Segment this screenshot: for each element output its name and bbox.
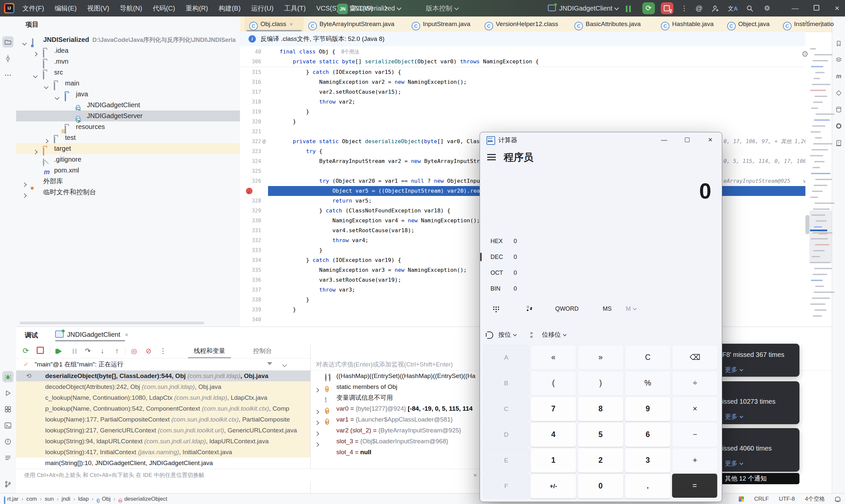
radix-row-oct[interactable]: OCT0 — [483, 266, 718, 280]
rerun-debug-button[interactable]: ⟳ — [642, 2, 655, 14]
resume-icon[interactable] — [53, 343, 64, 358]
encoding-indicator[interactable]: UTF-8 — [779, 496, 795, 502]
menu-item[interactable]: 导航(N) — [115, 0, 147, 17]
debug-icon[interactable] — [2, 371, 14, 382]
close-icon[interactable]: × — [473, 469, 477, 482]
menu-item[interactable]: 工具(T) — [279, 0, 311, 17]
variable-row[interactable]: i变量调试信息不可用 — [311, 392, 495, 403]
bitshift-menu[interactable]: 位移位 — [542, 328, 566, 341]
calculator-title-bar[interactable]: 计算器 — × — [480, 132, 722, 147]
chevron-collapsed-icon[interactable] — [23, 191, 26, 201]
calc-key-9[interactable]: 9 — [625, 396, 671, 421]
calc-key-E[interactable]: E — [483, 448, 529, 473]
hidden-tabs-chevron-icon[interactable] — [804, 19, 809, 25]
database-icon[interactable] — [833, 104, 844, 115]
word-size-button[interactable]: QWORD — [555, 301, 579, 316]
editor-tab[interactable]: CInstrumentatio — [778, 17, 844, 31]
project-tree-item[interactable]: .idea — [16, 45, 240, 56]
bookmarks-icon[interactable] — [833, 38, 844, 49]
hamburger-menu-icon[interactable] — [487, 154, 496, 155]
stack-frame[interactable]: lookup(String):217, GenericURLContext (c… — [16, 425, 310, 436]
stack-frame[interactable]: lookup(String):94, ldapURLContext (com.s… — [16, 436, 310, 447]
full-keypad-icon[interactable] — [493, 306, 494, 308]
project-widget[interactable]: JNJNDISerialized — [337, 0, 401, 17]
mute-breakpoints-icon[interactable]: ⊘ — [143, 343, 154, 358]
notifications-bell-icon[interactable] — [835, 497, 840, 501]
calc-maximize-button[interactable] — [679, 132, 696, 147]
stop-icon[interactable] — [35, 343, 46, 358]
breakpoint-icon[interactable] — [246, 188, 252, 194]
tab-threads-variables[interactable]: 线程和变量 — [188, 343, 231, 358]
calc-key-1[interactable]: 1 — [530, 448, 576, 473]
menu-item[interactable]: 文件(F) — [17, 0, 50, 17]
variable-row[interactable]: var2 (slot_2) = {ByteArrayInputStream@92… — [311, 425, 495, 436]
step-over-icon[interactable]: ↷ — [82, 343, 93, 358]
tab-options-icon[interactable]: ⋮ — [818, 17, 825, 32]
menu-item[interactable]: 视图(V) — [82, 0, 115, 17]
calc-key-5[interactable]: 5 — [578, 422, 623, 447]
calc-key-×[interactable]: × — [672, 396, 718, 421]
calc-key-=[interactable]: = — [672, 474, 717, 498]
menu-item[interactable]: 运行(U) — [246, 0, 279, 17]
breadcrumb-item[interactable]: sun — [45, 496, 53, 502]
code-line[interactable]: 40final class Obj { 0个用法 — [240, 47, 805, 57]
line-ending-indicator[interactable]: CRLF — [754, 496, 769, 502]
more-icon[interactable] — [2, 69, 14, 80]
project-tree-item[interactable]: .mvn — [16, 56, 240, 67]
calc-key-F[interactable]: F — [483, 474, 529, 498]
code-line[interactable]: 319} — [240, 107, 805, 117]
breadcrumb-item[interactable]: mdeserializeObject — [119, 496, 168, 502]
calc-key-0[interactable]: 0 — [578, 474, 623, 498]
chevron-collapsed-icon[interactable] — [315, 407, 318, 414]
indent-indicator[interactable]: 4个空格 — [805, 496, 825, 502]
editor-tab[interactable]: CByteArrayInputStream.java — [304, 17, 407, 31]
notification-more-link[interactable]: 更多 — [725, 459, 743, 468]
calc-key-8[interactable]: 8 — [578, 396, 623, 421]
build-icon[interactable] — [833, 54, 844, 65]
menu-item[interactable]: 编辑(E) — [50, 0, 82, 17]
filter-funnel-icon[interactable] — [267, 362, 272, 365]
project-tree-item[interactable]: mpom.xml — [16, 165, 240, 176]
calc-key-4[interactable]: 4 — [530, 422, 576, 447]
services-icon[interactable] — [2, 403, 14, 415]
project-tree-item[interactable]: main — [16, 78, 240, 89]
project-tree-item[interactable]: CJNDIGadgetServer — [16, 110, 240, 121]
calc-key-C[interactable]: C — [483, 396, 529, 421]
more-icon[interactable]: ⋮ — [157, 343, 169, 358]
add-user-icon[interactable] — [708, 0, 723, 17]
variable-row[interactable]: sstatic members of Obj — [311, 381, 495, 392]
bit-toggle-keypad-icon[interactable] — [527, 306, 529, 308]
minimize-button[interactable]: — — [787, 0, 804, 17]
breadcrumb-item[interactable]: rt.jar — [4, 496, 18, 502]
memory-store-button[interactable]: MS — [603, 301, 612, 316]
variable-row[interactable]: slot_3 = {Obj$LoaderInputStream@968} — [311, 436, 495, 447]
notification-more-link[interactable]: 更多 — [725, 365, 743, 374]
calc-key-−[interactable]: − — [672, 422, 718, 447]
more-actions-button[interactable]: ⋮ — [679, 0, 690, 17]
menu-item[interactable]: 代码(C) — [147, 0, 180, 17]
notification-card[interactable]: issed 10273 times更多 — [716, 381, 799, 424]
calc-key-2[interactable]: 2 — [578, 448, 623, 473]
profiler-icon[interactable] — [833, 120, 844, 131]
project-tree-item[interactable]: 外部库 — [16, 176, 240, 187]
step-out-icon[interactable]: ↑ — [111, 343, 122, 358]
variable-row[interactable]: pvar1 = {Launcher$AppClassLoader@581} — [311, 414, 495, 425]
project-tree-item[interactable]: resources — [16, 121, 240, 132]
editor-tab[interactable]: CVersionHelper12.class — [480, 17, 570, 31]
step-into-icon[interactable]: ↓ — [97, 343, 108, 358]
memory-menu-button[interactable]: M — [626, 301, 636, 316]
variable-row[interactable]: slot_4 = null — [311, 447, 495, 457]
editor-tab[interactable]: CBasicAttributes.java — [570, 17, 656, 31]
close-button[interactable]: × — [829, 0, 845, 17]
chevron-collapsed-icon[interactable] — [315, 440, 318, 447]
radix-row-bin[interactable]: BIN0 — [483, 281, 718, 296]
commit-icon[interactable] — [2, 53, 14, 64]
breadcrumb-item[interactable]: com — [27, 496, 37, 502]
calc-key-6[interactable]: 6 — [625, 422, 671, 447]
close-icon[interactable]: × — [289, 21, 293, 28]
settings-gear-icon[interactable]: ⚙ — [760, 0, 774, 17]
project-tree-item[interactable]: target — [16, 143, 240, 154]
terminal-icon[interactable] — [2, 419, 14, 431]
calc-key-»[interactable]: » — [578, 345, 623, 370]
breadcrumb-item[interactable]: ldap — [78, 496, 89, 502]
